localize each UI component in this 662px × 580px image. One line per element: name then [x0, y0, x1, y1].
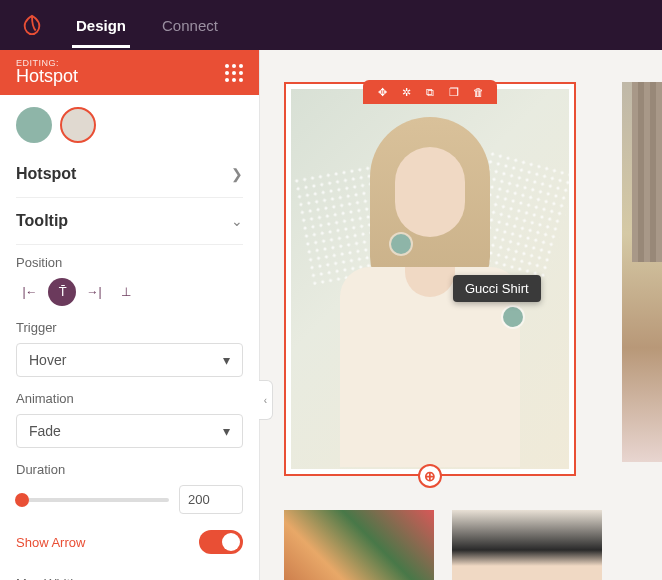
- position-left[interactable]: |←: [16, 278, 44, 306]
- animation-value: Fade: [29, 423, 61, 439]
- position-top[interactable]: T̄: [48, 278, 76, 306]
- duration-slider[interactable]: [16, 498, 169, 502]
- copy-icon[interactable]: ⧉: [423, 85, 437, 99]
- collapse-sidebar-button[interactable]: ‹: [259, 380, 273, 420]
- drag-handle-icon[interactable]: [225, 64, 243, 82]
- show-arrow-label: Show Arrow: [16, 535, 85, 550]
- hotspot-marker[interactable]: [391, 234, 411, 254]
- logo-icon: [20, 13, 44, 37]
- gallery-image[interactable]: [284, 510, 434, 580]
- show-arrow-toggle[interactable]: [199, 530, 243, 554]
- chevron-down-icon: ⌄: [231, 213, 243, 229]
- duration-label: Duration: [16, 462, 243, 477]
- selected-element[interactable]: ✥ ✲ ⧉ ❐ 🗑 Gucci: [284, 82, 576, 476]
- chevron-right-icon: ❯: [231, 166, 243, 182]
- section-tooltip[interactable]: Tooltip ⌄: [16, 198, 243, 245]
- section-tooltip-title: Tooltip: [16, 212, 68, 230]
- position-bottom[interactable]: ⊥: [112, 278, 140, 306]
- gallery-image[interactable]: [452, 510, 602, 580]
- move-icon[interactable]: ✥: [375, 85, 389, 99]
- adjacent-image[interactable]: [622, 82, 662, 462]
- canvas: ‹ ✥ ✲ ⧉ ❐ 🗑: [260, 50, 662, 580]
- delete-icon[interactable]: 🗑: [471, 85, 485, 99]
- caret-down-icon: ▾: [223, 423, 230, 439]
- hotspot-item-active[interactable]: [60, 107, 96, 143]
- add-element-button[interactable]: ⊕: [418, 464, 442, 488]
- caret-down-icon: ▾: [223, 352, 230, 368]
- editing-label: EDITING:: [16, 58, 78, 68]
- max-width-label: Max Width: [16, 576, 243, 580]
- section-hotspot[interactable]: Hotspot ❯: [16, 151, 243, 198]
- hotspot-marker-active[interactable]: [503, 307, 523, 327]
- hotspot-item[interactable]: [16, 107, 52, 143]
- duplicate-icon[interactable]: ❐: [447, 85, 461, 99]
- element-toolbar: ✥ ✲ ⧉ ❐ 🗑: [363, 80, 497, 104]
- animation-label: Animation: [16, 391, 243, 406]
- animation-select[interactable]: Fade ▾: [16, 414, 243, 448]
- settings-icon[interactable]: ✲: [399, 85, 413, 99]
- tab-design[interactable]: Design: [72, 3, 130, 48]
- trigger-value: Hover: [29, 352, 66, 368]
- tab-connect[interactable]: Connect: [158, 3, 222, 48]
- editing-header: EDITING: Hotspot: [0, 50, 259, 95]
- position-right[interactable]: →|: [80, 278, 108, 306]
- image-block[interactable]: Gucci Shirt: [291, 89, 569, 469]
- trigger-label: Trigger: [16, 320, 243, 335]
- hotspot-list: [16, 95, 243, 151]
- hotspot-tooltip: Gucci Shirt: [453, 275, 541, 302]
- sidebar: EDITING: Hotspot Hotspot ❯ Tooltip ⌄ Pos…: [0, 50, 260, 580]
- position-label: Position: [16, 255, 243, 270]
- position-buttons: |← T̄ →| ⊥: [16, 278, 243, 306]
- trigger-select[interactable]: Hover ▾: [16, 343, 243, 377]
- editing-title: Hotspot: [16, 66, 78, 87]
- duration-input[interactable]: [179, 485, 243, 514]
- section-hotspot-title: Hotspot: [16, 165, 76, 183]
